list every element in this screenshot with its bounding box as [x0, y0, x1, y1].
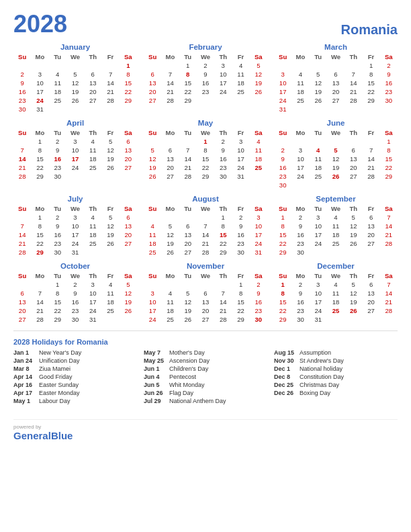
cal-day: 20	[84, 87, 101, 96]
cal-day: 5	[144, 146, 161, 154]
cal-day: 8	[49, 289, 66, 298]
cal-table: SuMoTuWeThFrSa12345678910111213141516171…	[144, 52, 267, 105]
cal-day: 26	[327, 172, 345, 181]
cal-day: 5	[250, 61, 267, 70]
day-header-fr: Fr	[362, 271, 379, 280]
cal-day: 26	[66, 96, 84, 105]
cal-day: 25	[144, 248, 161, 257]
cal-day: 15	[31, 230, 48, 239]
cal-day	[310, 105, 327, 114]
cal-day: 21	[380, 230, 398, 239]
day-header-mo: Mo	[31, 52, 48, 61]
list-item: Jun 1Children's Day	[144, 365, 267, 372]
cal-day: 23	[49, 163, 66, 172]
page: 2028 Romania JanuarySuMoTuWeThFrSa123456…	[0, 0, 411, 532]
cal-day: 19	[101, 154, 119, 163]
cal-day: 13	[120, 146, 137, 154]
cal-day: 28	[380, 306, 398, 315]
cal-day	[345, 137, 362, 146]
cal-day: 15	[197, 154, 214, 163]
day-header-we: We	[197, 128, 214, 137]
cal-day: 25	[232, 87, 249, 96]
cal-day: 28	[13, 172, 31, 181]
list-item: Mar 8Ziua Mamei	[13, 365, 137, 372]
day-header-fr: Fr	[362, 204, 379, 213]
cal-day: 14	[380, 289, 398, 298]
day-header-su: Su	[144, 52, 161, 61]
cal-day: 4	[327, 280, 345, 289]
cal-day: 14	[101, 79, 119, 87]
day-header-fr: Fr	[101, 271, 119, 280]
list-item: Jan 24Unification Day	[13, 357, 137, 364]
day-header-mo: Mo	[31, 128, 48, 137]
cal-day: 5	[327, 146, 345, 154]
day-header-we: We	[66, 128, 84, 137]
list-item: Jun 4Pentecost	[144, 373, 267, 380]
cal-day: 22	[31, 163, 48, 172]
cal-day: 26	[120, 306, 137, 315]
cal-day	[345, 105, 362, 114]
cal-day	[120, 105, 137, 114]
cal-day: 15	[120, 79, 137, 87]
day-header-tu: Tu	[179, 271, 197, 280]
day-header-sa: Sa	[120, 204, 137, 213]
cal-day: 24	[144, 315, 161, 324]
cal-day: 22	[362, 87, 379, 96]
holiday-col: May 7Mother's DayMay 25Ascension DayJun …	[144, 349, 267, 406]
cal-day	[120, 172, 137, 181]
day-header-su: Su	[274, 271, 291, 280]
holiday-name: Mother's Day	[169, 349, 205, 356]
cal-day: 7	[13, 146, 31, 154]
cal-day: 1	[31, 137, 48, 146]
day-header-we: We	[327, 52, 345, 61]
cal-day: 30	[66, 315, 84, 324]
year-title: 2028	[13, 12, 67, 36]
cal-day: 2	[49, 213, 66, 222]
list-item: Apr 16Easter Sunday	[13, 382, 137, 388]
cal-day: 20	[144, 87, 161, 96]
cal-day: 7	[161, 70, 179, 79]
day-header-th: Th	[84, 271, 101, 280]
cal-day	[197, 213, 214, 222]
cal-day: 3	[144, 289, 161, 298]
cal-day	[197, 96, 214, 105]
month-title: March	[274, 43, 398, 51]
day-header-sa: Sa	[380, 52, 398, 61]
cal-day: 14	[13, 230, 31, 239]
day-header-th: Th	[345, 128, 362, 137]
cal-day: 3	[31, 70, 48, 79]
cal-day: 5	[120, 280, 137, 289]
holiday-date: Dec 25	[274, 382, 295, 388]
holiday-name: Unification Day	[39, 357, 80, 364]
day-header-sa: Sa	[250, 204, 267, 213]
cal-day: 1	[179, 61, 197, 70]
holiday-name: Labour Day	[39, 398, 71, 404]
cal-day: 15	[214, 230, 232, 239]
cal-day: 21	[345, 87, 362, 96]
day-header-mo: Mo	[291, 271, 309, 280]
cal-day: 29	[362, 96, 379, 105]
day-header-su: Su	[144, 271, 161, 280]
day-header-tu: Tu	[179, 204, 197, 213]
cal-day: 17	[144, 306, 161, 315]
cal-day: 16	[214, 154, 232, 163]
holiday-date: Jan 1	[13, 349, 35, 356]
day-header-we: We	[197, 204, 214, 213]
cal-day: 17	[250, 230, 267, 239]
holiday-name: National holiday	[300, 365, 342, 372]
cal-day: 16	[250, 298, 267, 306]
day-header-we: We	[197, 271, 214, 280]
cal-day: 16	[274, 163, 291, 172]
cal-day: 21	[161, 87, 179, 96]
cal-day: 29	[274, 315, 291, 324]
cal-day: 13	[327, 79, 345, 87]
holiday-name: Easter Monday	[39, 390, 80, 396]
cal-day: 7	[380, 213, 398, 222]
cal-day: 12	[101, 146, 119, 154]
cal-day: 10	[250, 222, 267, 230]
holiday-date: Dec 26	[274, 390, 295, 396]
cal-day: 9	[380, 70, 398, 79]
cal-day: 13	[179, 230, 197, 239]
cal-day: 14	[380, 222, 398, 230]
holiday-name: New Year's Day	[39, 349, 81, 356]
